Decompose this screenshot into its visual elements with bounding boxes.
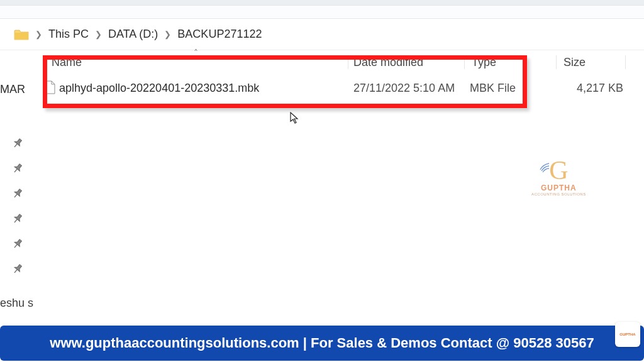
folder-icon [14, 28, 29, 41]
file-row[interactable]: aplhyd-apollo-20220401-20230331.mbk 27/1… [31, 74, 644, 102]
watermark-tagline: ACCOUNTING SOLUTIONS [531, 192, 586, 196]
nav-item-fragment[interactable]: eshu s [0, 297, 33, 310]
column-separator[interactable] [625, 55, 626, 69]
column-header-size[interactable]: Size [564, 56, 623, 69]
nav-tree-fragment: MAR eshu s [0, 50, 31, 326]
chevron-icon: ❯ [164, 30, 171, 39]
pin-icon [11, 136, 25, 151]
column-separator[interactable] [464, 55, 465, 69]
pin-icon [11, 212, 25, 226]
column-header-row: ˄ Name Date modified Type Size [31, 50, 644, 74]
chevron-icon: ❯ [95, 30, 102, 39]
pin-icon [11, 262, 25, 277]
nav-item-fragment[interactable]: MAR [0, 83, 25, 96]
pin-icon [11, 237, 25, 251]
breadcrumb-folder[interactable]: BACKUP271122 [177, 28, 262, 41]
column-separator[interactable] [556, 55, 557, 69]
breadcrumb-root[interactable]: This PC [48, 28, 89, 41]
file-size: 4,217 KB [564, 82, 623, 95]
column-header-date[interactable]: Date modified [353, 56, 470, 69]
watermark-g-icon: G [531, 157, 586, 184]
pin-icon [11, 187, 25, 201]
footer-badge-text: GUPTHA [619, 332, 635, 336]
file-date: 27/11/2022 5:10 AM [353, 82, 455, 95]
file-type: MBK File [470, 82, 516, 95]
footer-badge-logo: GUPTHA [615, 322, 640, 347]
file-name: aplhyd-apollo-20220401-20230331.mbk [59, 82, 259, 95]
footer-banner: www.gupthaaccountingsolutions.com | For … [0, 326, 644, 361]
ribbon-placeholder [0, 5, 644, 19]
file-icon [45, 80, 55, 94]
cursor-icon [290, 112, 300, 127]
breadcrumb-drive[interactable]: DATA (D:) [108, 28, 158, 41]
watermark-logo: G GUPTHA ACCOUNTING SOLUTIONS [531, 157, 586, 196]
watermark-brand: GUPTHA [531, 184, 586, 192]
footer-text: www.gupthaaccountingsolutions.com | For … [50, 335, 594, 351]
column-header-name[interactable]: Name [52, 56, 353, 69]
column-header-type[interactable]: Type [472, 56, 547, 69]
address-bar[interactable]: ❯ This PC ❯ DATA (D:) ❯ BACKUP271122 [0, 19, 644, 50]
pin-icon [11, 162, 25, 176]
chevron-icon: ❯ [35, 30, 42, 39]
column-separator[interactable] [348, 55, 348, 69]
titlebar-placeholder [0, 0, 644, 5]
